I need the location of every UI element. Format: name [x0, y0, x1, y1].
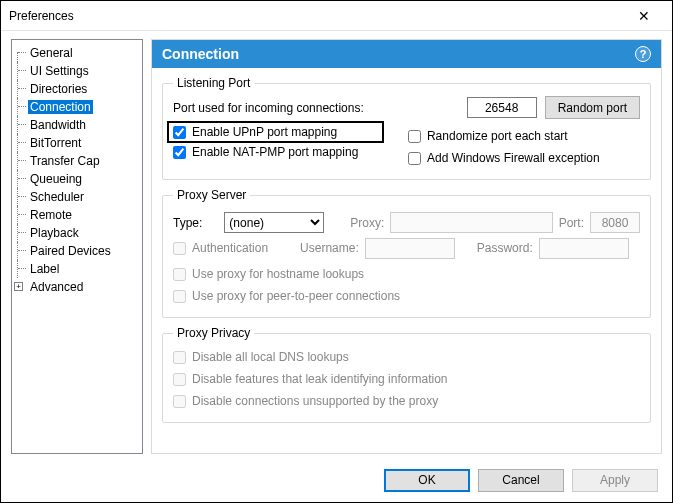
tree-item-label: Bandwidth: [28, 118, 88, 132]
tree-item-bittorrent[interactable]: BitTorrent: [12, 134, 142, 152]
proxy-p2p-label: Use proxy for peer-to-peer connections: [192, 289, 400, 303]
firewall-label: Add Windows Firewall exception: [427, 151, 600, 165]
tree-item-scheduler[interactable]: Scheduler: [12, 188, 142, 206]
tree-item-transfer-cap[interactable]: Transfer Cap: [12, 152, 142, 170]
tree-item-label[interactable]: Label: [12, 260, 142, 278]
proxy-privacy-group: Proxy Privacy Disable all local DNS look…: [162, 326, 651, 423]
tree-item-label: BitTorrent: [28, 136, 83, 150]
username-input: [365, 238, 455, 259]
tree-item-label: Scheduler: [28, 190, 86, 204]
tree-item-label: UI Settings: [28, 64, 91, 78]
firewall-checkbox[interactable]: [408, 152, 421, 165]
dialog-footer: OK Cancel Apply: [1, 458, 672, 502]
listening-legend: Listening Port: [173, 76, 254, 90]
panel-header: Connection ?: [152, 40, 661, 68]
cancel-button[interactable]: Cancel: [478, 469, 564, 492]
privacy-leak-checkbox: [173, 373, 186, 386]
privacy-dns-label: Disable all local DNS lookups: [192, 350, 349, 364]
tree-item-label: Queueing: [28, 172, 84, 186]
upnp-label: Enable UPnP port mapping: [192, 125, 337, 139]
privacy-leak-label: Disable features that leak identifying i…: [192, 372, 447, 386]
randomize-label: Randomize port each start: [427, 129, 568, 143]
proxy-port-label: Port:: [559, 216, 584, 230]
proxy-server-group: Proxy Server Type: (none) Proxy: Port:: [162, 188, 651, 318]
tree-item-connection[interactable]: Connection: [12, 98, 142, 116]
tree-item-label: Playback: [28, 226, 81, 240]
tree-item-label: Directories: [28, 82, 89, 96]
random-port-button[interactable]: Random port: [545, 96, 640, 119]
password-input: [539, 238, 629, 259]
tree-item-advanced[interactable]: +Advanced: [12, 278, 142, 296]
category-tree[interactable]: GeneralUI SettingsDirectoriesConnectionB…: [11, 39, 143, 454]
listening-port-group: Listening Port Port used for incoming co…: [162, 76, 651, 180]
tree-item-label: General: [28, 46, 75, 60]
privacy-dns-checkbox: [173, 351, 186, 364]
proxy-hostname-checkbox: [173, 268, 186, 281]
expander-icon[interactable]: +: [14, 282, 23, 291]
natpmp-checkbox[interactable]: [173, 146, 186, 159]
proxy-host-input: [390, 212, 552, 233]
tree-item-label: Connection: [28, 100, 93, 114]
close-icon[interactable]: ✕: [624, 8, 664, 24]
tree-item-general[interactable]: General: [12, 44, 142, 62]
titlebar: Preferences ✕: [1, 1, 672, 31]
proxy-legend: Proxy Server: [173, 188, 250, 202]
proxy-hostname-label: Use proxy for hostname lookups: [192, 267, 364, 281]
window-title: Preferences: [9, 9, 624, 23]
tree-item-bandwidth[interactable]: Bandwidth: [12, 116, 142, 134]
tree-item-label: Remote: [28, 208, 74, 222]
tree-item-directories[interactable]: Directories: [12, 80, 142, 98]
privacy-unsupported-checkbox: [173, 395, 186, 408]
randomize-checkbox[interactable]: [408, 130, 421, 143]
privacy-legend: Proxy Privacy: [173, 326, 254, 340]
preferences-dialog: Preferences ✕ GeneralUI SettingsDirector…: [0, 0, 673, 503]
proxy-type-label: Type:: [173, 216, 202, 230]
ok-button[interactable]: OK: [384, 469, 470, 492]
tree-item-playback[interactable]: Playback: [12, 224, 142, 242]
natpmp-label: Enable NAT-PMP port mapping: [192, 145, 358, 159]
username-label: Username:: [300, 241, 359, 255]
privacy-unsupported-label: Disable connections unsupported by the p…: [192, 394, 438, 408]
tree-item-label: Advanced: [28, 280, 85, 294]
proxy-p2p-checkbox: [173, 290, 186, 303]
password-label: Password:: [477, 241, 533, 255]
upnp-checkbox[interactable]: [173, 126, 186, 139]
tree-item-label: Label: [28, 262, 61, 276]
upnp-row: Enable UPnP port mapping: [167, 121, 384, 143]
auth-checkbox: [173, 242, 186, 255]
panel-title: Connection: [162, 46, 239, 62]
port-label: Port used for incoming connections:: [173, 101, 467, 115]
tree-item-label: Transfer Cap: [28, 154, 102, 168]
proxy-type-select[interactable]: (none): [224, 212, 324, 233]
port-input[interactable]: [467, 97, 537, 118]
tree-item-remote[interactable]: Remote: [12, 206, 142, 224]
proxy-host-label: Proxy:: [350, 216, 384, 230]
tree-item-label: Paired Devices: [28, 244, 113, 258]
help-icon[interactable]: ?: [635, 46, 651, 62]
tree-item-queueing[interactable]: Queueing: [12, 170, 142, 188]
proxy-port-input: [590, 212, 640, 233]
apply-button[interactable]: Apply: [572, 469, 658, 492]
auth-label: Authentication: [192, 241, 268, 255]
tree-item-ui-settings[interactable]: UI Settings: [12, 62, 142, 80]
tree-item-paired-devices[interactable]: Paired Devices: [12, 242, 142, 260]
settings-panel: Connection ? Listening Port Port used fo…: [151, 39, 662, 454]
